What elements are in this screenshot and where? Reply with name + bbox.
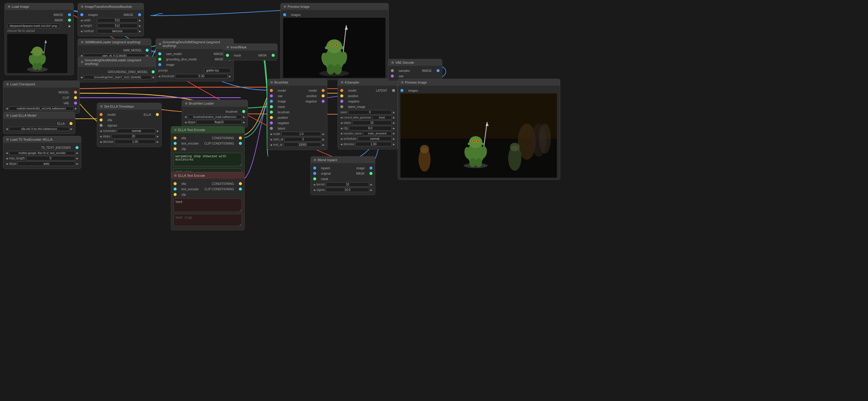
dtype-left[interactable]: ◀ [6,162,8,165]
vae-out-port[interactable] [74,102,77,105]
neg-clip-cond-out-port[interactable] [239,188,242,191]
height-right-arrow[interactable]: ▶ [139,24,141,27]
bnet-left[interactable]: ◀ [184,115,187,119]
ks-cfg-right[interactable]: ▶ [393,127,395,130]
ks-samp-left[interactable]: ◀ [340,132,342,135]
dino-model-value[interactable]: GroundingDINO_SwinT_OGC (694MB) [84,75,151,79]
enc-clip-port[interactable] [174,147,177,150]
image-out-port[interactable] [138,13,141,16]
ks-steps-left[interactable]: ◀ [340,122,342,125]
ella-name-left[interactable]: ◀ [6,128,8,130]
ks-steps-right[interactable]: ▶ [393,122,395,125]
play-button[interactable]: ▶ [69,24,71,28]
start-right[interactable]: ▶ [322,138,324,141]
denoise-ella-right[interactable]: ▶ [157,140,159,143]
prev-images-port[interactable] [400,89,403,92]
negative-text-input[interactable]: text [174,198,242,212]
mask-in-port[interactable] [226,54,229,57]
thresh-left[interactable]: ◀ [158,75,160,78]
scale-right[interactable]: ▶ [322,133,324,136]
negative-clip-input[interactable] [174,214,242,226]
ks-seed-value[interactable]: 0 [348,110,392,114]
ks-cfg-left[interactable]: ◀ [340,127,342,130]
steps-ella-right[interactable]: ▶ [157,135,159,138]
bn-model-out-port[interactable] [322,89,324,92]
sched-right[interactable]: ▶ [157,130,159,133]
bnet-value[interactable]: brushnet/random_mask.safetensors [188,115,242,119]
conditioning-out-port[interactable] [239,136,242,139]
bn-model-port[interactable] [270,89,273,92]
sched-value[interactable]: normal [117,129,156,133]
bn-vae-port[interactable] [270,94,273,97]
bn-brushnet-port[interactable] [270,111,273,113]
preview-images-port[interactable] [283,13,286,16]
method-left-arrow[interactable]: ◀ [80,30,83,33]
mask-output-port[interactable] [68,19,71,22]
bn-positive-port[interactable] [270,116,273,119]
bn-pos-out-port[interactable] [322,94,324,97]
ks-ctrl-left[interactable]: ◀ [340,116,342,119]
prompt-input[interactable] [204,68,231,73]
bnet-right[interactable]: ▶ [243,115,245,119]
filename-input[interactable] [7,24,60,28]
neg-conditioning-out-port[interactable] [239,182,242,185]
end-value[interactable]: 10000 [284,142,321,147]
ks-den-left[interactable]: ◀ [340,143,342,146]
t5-name-left[interactable]: ◀ [6,152,8,155]
sigma-left[interactable]: ◀ [313,189,315,192]
scale-value[interactable]: 1.0 [281,132,321,136]
denoise-ella-value[interactable]: 1.00 [115,139,156,144]
start-value[interactable]: 3 [284,137,321,142]
ks-positive-port[interactable] [340,94,343,97]
bn-neg-out-port[interactable] [322,100,324,103]
threshold-value[interactable]: 0.30 [175,74,228,78]
width-right-arrow[interactable]: ▶ [139,19,141,22]
bi-mask-port[interactable] [313,177,316,180]
dtype2-left[interactable]: ◀ [184,121,187,124]
ks-negative-port[interactable] [340,100,343,103]
dtype-value[interactable]: auto [18,161,75,166]
method-value[interactable]: lanczos [97,29,138,33]
ks-cfg-value[interactable]: 8.0 [349,126,392,130]
steps-ella-left[interactable]: ◀ [100,135,102,138]
ks-sched-value[interactable]: normal [358,136,392,141]
sigmas-port[interactable] [100,124,102,127]
brushnet-out-port[interactable] [242,110,245,113]
dino-model-left[interactable]: ◀ [80,76,83,79]
enc-ella-port[interactable] [174,136,177,139]
kernel-value[interactable]: 10 [326,182,369,187]
bi-inpaint-port[interactable] [313,167,316,170]
ks-den-right[interactable]: ▶ [393,143,395,146]
ckpt-right[interactable]: ▶ [75,107,77,110]
method-right-arrow[interactable]: ▶ [139,30,141,33]
ella-name-value[interactable]: ella-sd1.5-tsc-t5xl.safetensors [9,127,69,131]
t5-out-port[interactable] [75,146,79,149]
t5-name-right[interactable]: ▶ [76,152,79,155]
maxlen-value[interactable]: 0 [26,156,75,161]
ella-in-port[interactable] [100,119,102,122]
height-value[interactable]: 512 [97,24,138,28]
dtype2-value[interactable]: float16 [196,120,242,125]
ks-sched-left[interactable]: ◀ [340,137,342,140]
ella-name-right[interactable]: ▶ [70,128,72,130]
sam-output-port[interactable] [146,49,149,52]
neg-t5-port[interactable] [174,188,177,191]
steps-ella-value[interactable]: 20 [111,134,156,139]
mask-out2-port[interactable] [272,54,275,57]
sched-left[interactable]: ◀ [100,130,102,133]
clip-cond-out-port[interactable] [239,142,242,145]
width-left-arrow[interactable]: ◀ [80,19,83,22]
ks-model-port[interactable] [340,89,343,92]
ella-out2-port[interactable] [156,113,159,116]
ks-latent-port[interactable] [340,105,343,108]
ks-sched-right[interactable]: ▶ [393,137,395,140]
ks-seed-right[interactable]: ▶ [393,111,395,114]
end-right[interactable]: ▶ [322,143,324,146]
model-out-port[interactable] [74,91,77,94]
ks-samp-right[interactable]: ▶ [393,132,395,135]
bi-original-port[interactable] [313,172,316,175]
denoise-ella-left[interactable]: ◀ [100,140,102,143]
ks-steps-value[interactable]: 15 [352,121,392,125]
positive-text-input[interactable]: wargaming shop showcase with miniatures [174,153,242,166]
ckpt-left[interactable]: ◀ [6,107,8,110]
